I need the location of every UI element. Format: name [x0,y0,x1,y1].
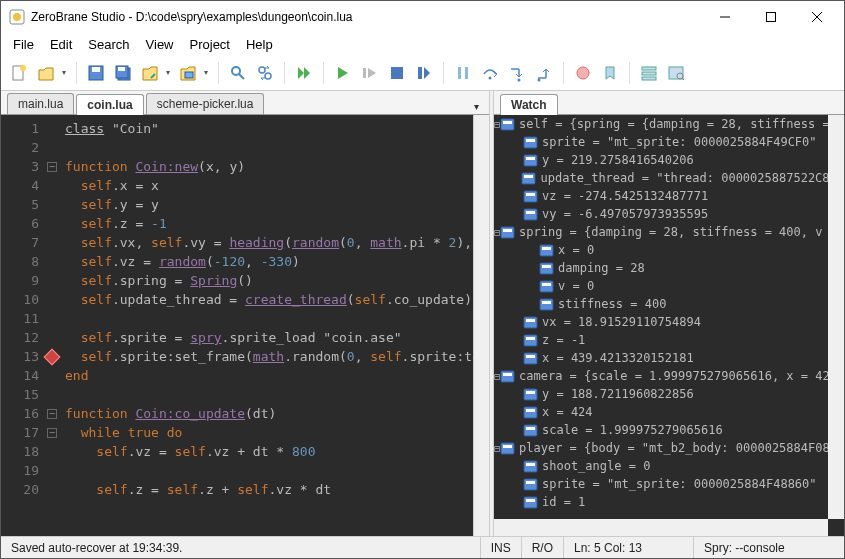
project-dir-dropdown-icon[interactable]: ▾ [201,68,211,77]
margin-cell[interactable] [45,480,59,499]
code-line[interactable]: self.x = x [65,176,473,195]
margin-cell[interactable]: − [45,423,59,442]
bookmark-icon[interactable] [598,61,622,85]
tab-main[interactable]: main.lua [7,93,74,114]
fold-icon[interactable]: − [47,409,57,419]
stack-icon[interactable] [637,61,661,85]
project-dir-icon[interactable] [176,61,200,85]
new-file-icon[interactable] [7,61,31,85]
project-from-file-icon[interactable] [138,61,162,85]
open-dropdown-icon[interactable]: ▾ [59,68,69,77]
code-editor[interactable]: 1234567891011121314151617181920 −−− clas… [1,115,489,536]
menu-help[interactable]: Help [238,35,281,54]
close-button[interactable] [794,2,840,32]
watch-row[interactable]: vy = -6.497057973935595 [494,205,844,223]
maximize-button[interactable] [748,2,794,32]
editor-scrollbar-v[interactable] [473,115,489,536]
code-line[interactable]: self.spring = Spring() [65,271,473,290]
watch-row[interactable]: ⊟camera = {scale = 1.999975279065616, x … [494,367,844,385]
margin-cell[interactable]: − [45,157,59,176]
margin-cell[interactable] [45,290,59,309]
margin-cell[interactable] [45,119,59,138]
code-line[interactable]: self.z = -1 [65,214,473,233]
fold-icon[interactable]: − [47,428,57,438]
menu-project[interactable]: Project [182,35,238,54]
margin-cell[interactable] [45,138,59,157]
pause-icon[interactable] [451,61,475,85]
tab-list-dropdown-icon[interactable]: ▾ [468,99,485,114]
margin-cell[interactable] [45,195,59,214]
code-line[interactable] [65,309,473,328]
code-line[interactable]: end [65,366,473,385]
break-icon[interactable] [412,61,436,85]
fold-margin[interactable]: −−− [45,115,59,536]
code-line[interactable]: class "Coin" [65,119,473,138]
step-out-icon[interactable] [532,61,556,85]
tab-scheme-picker[interactable]: scheme-picker.lua [146,93,265,114]
watch-row[interactable]: x = 0 [494,241,844,259]
save-icon[interactable] [84,61,108,85]
project-dropdown-icon[interactable]: ▾ [163,68,173,77]
watch-row[interactable]: y = 188.7211960822856 [494,385,844,403]
code-line[interactable]: self.vz = self.vz + dt * 800 [65,442,473,461]
breakpoint-icon[interactable] [44,348,61,365]
watch-row[interactable]: y = 219.2758416540206 [494,151,844,169]
watch-row[interactable]: stiffness = 400 [494,295,844,313]
watch-row[interactable]: damping = 28 [494,259,844,277]
save-all-icon[interactable] [111,61,135,85]
margin-cell[interactable] [45,271,59,290]
margin-cell[interactable] [45,309,59,328]
menu-edit[interactable]: Edit [42,35,80,54]
code-line[interactable]: function Coin:co_update(dt) [65,404,473,423]
watch-icon[interactable] [664,61,688,85]
watch-row[interactable]: v = 0 [494,277,844,295]
watch-row[interactable]: update_thread = "thread: 0000025887522C8… [494,169,844,187]
code-line[interactable] [65,138,473,157]
code-line[interactable] [65,461,473,480]
watch-row[interactable]: sprite = "mt_sprite: 0000025884F48860" [494,475,844,493]
margin-cell[interactable] [45,328,59,347]
code-line[interactable]: function Coin:new(x, y) [65,157,473,176]
open-file-icon[interactable] [34,61,58,85]
watch-scrollbar-v[interactable] [828,115,844,519]
watch-row[interactable]: ⊟self = {spring = {damping = 28, stiffne… [494,115,844,133]
replace-icon[interactable] [253,61,277,85]
tab-watch[interactable]: Watch [500,94,558,115]
watch-row[interactable]: x = 424 [494,403,844,421]
step-into-icon[interactable] [505,61,529,85]
breakpoint-toggle-icon[interactable] [571,61,595,85]
menu-search[interactable]: Search [80,35,137,54]
code-line[interactable]: self.z = self.z + self.vz * dt [65,480,473,499]
margin-cell[interactable] [45,176,59,195]
watch-scrollbar-h[interactable] [494,519,828,536]
source-text[interactable]: class "Coin"function Coin:new(x, y) self… [59,115,473,536]
watch-row[interactable]: shoot_angle = 0 [494,457,844,475]
run-icon[interactable] [292,61,316,85]
watch-row[interactable]: vx = 18.91529110754894 [494,313,844,331]
minimize-button[interactable] [702,2,748,32]
watch-row[interactable]: id = 1 [494,493,844,511]
watch-row[interactable]: z = -1 [494,331,844,349]
fold-icon[interactable]: − [47,162,57,172]
menu-view[interactable]: View [138,35,182,54]
stop-icon[interactable] [385,61,409,85]
code-line[interactable]: self.sprite:set_frame(math.random(0, sel… [65,347,473,366]
run-no-debug-icon[interactable] [358,61,382,85]
menu-file[interactable]: File [5,35,42,54]
code-line[interactable]: self.y = y [65,195,473,214]
code-line[interactable]: self.vz = random(-120, -330) [65,252,473,271]
watch-row[interactable]: vz = -274.5425132487771 [494,187,844,205]
tab-coin[interactable]: coin.lua [76,94,143,115]
watch-row[interactable]: sprite = "mt_sprite: 0000025884F49CF0" [494,133,844,151]
watch-row[interactable]: scale = 1.999975279065616 [494,421,844,439]
margin-cell[interactable] [45,442,59,461]
watch-row[interactable]: ⊟spring = {damping = 28, stiffness = 400… [494,223,844,241]
watch-row[interactable]: x = 439.4213320152181 [494,349,844,367]
margin-cell[interactable] [45,347,59,366]
margin-cell[interactable] [45,233,59,252]
find-icon[interactable] [226,61,250,85]
code-line[interactable] [65,385,473,404]
margin-cell[interactable] [45,214,59,233]
margin-cell[interactable] [45,385,59,404]
code-line[interactable]: while true do [65,423,473,442]
